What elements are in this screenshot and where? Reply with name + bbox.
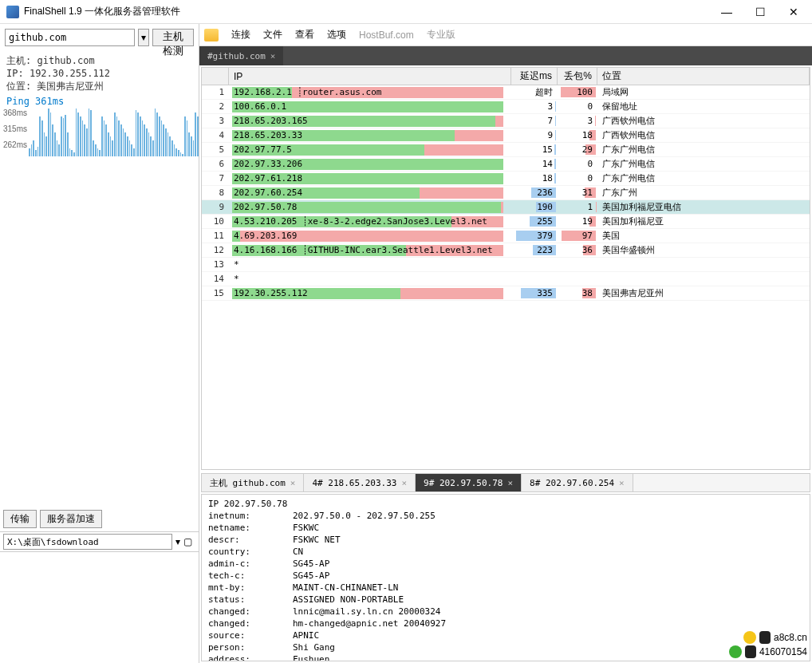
- close-icon[interactable]: ×: [507, 478, 513, 488]
- table-row[interactable]: 13*: [202, 258, 810, 272]
- menu-options[interactable]: 选项: [327, 28, 346, 41]
- session-tab[interactable]: #github.com ×: [199, 46, 283, 65]
- folder-icon[interactable]: ▢: [183, 536, 192, 547]
- host-check-button[interactable]: 主机检测: [152, 29, 194, 46]
- table-row[interactable]: 9202.97.50.781901美国加利福尼亚电信: [202, 200, 810, 215]
- transfer-tab[interactable]: 传输: [3, 510, 37, 528]
- col-delay-header[interactable]: 延迟ms: [511, 68, 558, 85]
- host-input[interactable]: [5, 29, 135, 46]
- col-location-header[interactable]: 位置: [597, 68, 810, 85]
- table-row[interactable]: 6202.97.33.206140广东广州电信: [202, 157, 810, 172]
- close-icon[interactable]: ×: [401, 478, 407, 488]
- path-dropdown-icon[interactable]: ▾: [175, 536, 180, 547]
- table-row[interactable]: 104.53.210.205 ┊xe-8-3-2.edge2.SanJose3.…: [202, 215, 810, 229]
- app-icon: [6, 6, 19, 18]
- host-info: 主机: github.com IP: 192.30.255.112 位置: 美国…: [0, 51, 199, 96]
- table-row[interactable]: 124.16.168.166 ┊GITHUB-INC.ear3.Seattle1…: [202, 243, 810, 258]
- table-row[interactable]: 114.69.203.16937997美国: [202, 229, 810, 243]
- qq-icon: [745, 645, 756, 658]
- table-row[interactable]: 4218.65.203.33918广西钦州电信: [202, 128, 810, 143]
- table-row[interactable]: 3218.65.203.16573广西钦州电信: [202, 114, 810, 128]
- menu-hostbuf[interactable]: HostBuf.com: [359, 30, 414, 41]
- close-icon[interactable]: ×: [619, 478, 625, 488]
- ping-status: Ping 361ms: [0, 96, 199, 107]
- table-row[interactable]: 14*: [202, 272, 810, 286]
- detail-tab[interactable]: 8# 202.97.60.254×: [522, 474, 633, 491]
- path-input[interactable]: [3, 534, 172, 550]
- close-icon[interactable]: ×: [290, 478, 296, 488]
- left-panel: ▾ 主机检测 主机: github.com IP: 192.30.255.112…: [0, 24, 199, 663]
- minimize-button[interactable]: —: [715, 6, 739, 18]
- table-row[interactable]: 8202.97.60.25423631广东广州: [202, 186, 810, 200]
- qq-icon: [759, 631, 771, 644]
- maximize-button[interactable]: ☐: [748, 6, 772, 18]
- file-area: [0, 551, 199, 663]
- table-row[interactable]: 15192.30.255.11233538美国弗吉尼亚州: [202, 286, 810, 301]
- detail-tab[interactable]: 主机 github.com×: [202, 474, 304, 491]
- close-icon[interactable]: ×: [270, 51, 276, 61]
- menu-pro[interactable]: 专业版: [427, 28, 455, 41]
- server-accel-tab[interactable]: 服务器加速: [40, 510, 102, 528]
- detail-tab[interactable]: 9# 202.97.50.78×: [416, 474, 522, 491]
- right-panel: 连接 文件 查看 选项 HostBuf.com 专业版 #github.com …: [199, 24, 812, 663]
- menu-connect[interactable]: 连接: [231, 28, 250, 41]
- detail-tab[interactable]: 4# 218.65.203.33×: [304, 474, 416, 491]
- table-row[interactable]: 5202.97.77.51529广东广州电信: [202, 143, 810, 157]
- table-row[interactable]: 7202.97.61.218180广东广州电信: [202, 172, 810, 186]
- open-folder-icon[interactable]: [204, 29, 219, 41]
- toolbar: 连接 文件 查看 选项 HostBuf.com 专业版: [199, 24, 812, 46]
- close-button[interactable]: ✕: [782, 6, 806, 18]
- session-tab-bar: #github.com ×: [199, 46, 812, 65]
- col-ip-header[interactable]: IP: [229, 68, 511, 85]
- avatar-icon: [743, 631, 756, 644]
- whois-panel[interactable]: IP 202.97.50.78 inetnum: 202.97.50.0 - 2…: [201, 494, 810, 661]
- wechat-icon: [729, 645, 742, 658]
- ping-graph: 368ms 315ms 262ms: [0, 109, 199, 156]
- host-dropdown-button[interactable]: ▾: [138, 29, 149, 46]
- col-hop: [202, 68, 229, 85]
- menu-view[interactable]: 查看: [295, 28, 314, 41]
- titlebar: FinalShell 1.9 一体化服务器管理软件 — ☐ ✕: [0, 0, 812, 24]
- table-row[interactable]: 2100.66.0.130保留地址: [202, 100, 810, 114]
- traceroute-table: IP 延迟ms 丢包% 位置 1192.168.2.1 ┊router.asus…: [201, 67, 810, 470]
- table-row[interactable]: 1192.168.2.1 ┊router.asus.com超时100局域网: [202, 85, 810, 100]
- menu-file[interactable]: 文件: [263, 28, 282, 41]
- detail-tab-bar: 主机 github.com×4# 218.65.203.33×9# 202.97…: [201, 473, 810, 492]
- watermark: a8c8.cn 416070154: [729, 631, 807, 658]
- col-loss-header[interactable]: 丢包%: [558, 68, 597, 85]
- window-title: FinalShell 1.9 一体化服务器管理软件: [24, 5, 715, 18]
